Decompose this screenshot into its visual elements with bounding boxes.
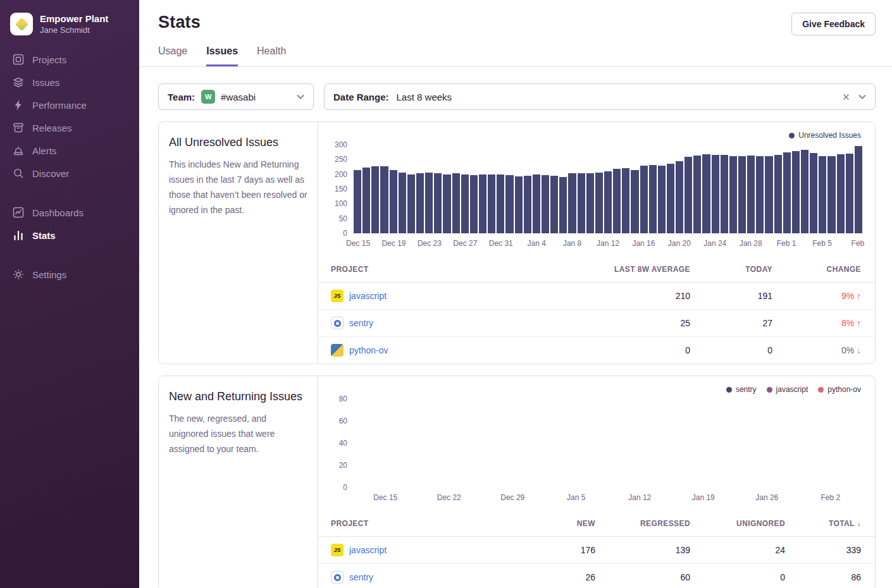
column-header-unignored: UNIGNORED <box>704 511 799 537</box>
bar <box>855 146 862 233</box>
sidebar-item-settings[interactable]: Settings <box>0 263 139 286</box>
releases-icon <box>13 122 24 133</box>
sidebar-item-label: Dashboards <box>32 207 84 218</box>
bar <box>362 168 370 233</box>
sort-desc-icon: ↓ <box>855 519 861 528</box>
bar <box>479 175 486 233</box>
project-link[interactable]: javascript <box>349 291 387 301</box>
legend-item-javascript[interactable]: javascript <box>767 385 808 394</box>
x-tick-label: Jan 20 <box>668 239 691 248</box>
python-platform-icon <box>331 344 344 357</box>
legend-label: python-ov <box>827 385 861 394</box>
sidebar-nav-secondary: DashboardsStats <box>0 201 139 247</box>
column-header-last-8w-average: LAST 8W AVERAGE <box>565 257 704 283</box>
sidebar-item-projects[interactable]: Projects <box>0 48 139 71</box>
bar <box>765 156 772 233</box>
x-tick-label: Dec 23 <box>418 239 442 248</box>
x-axis: Dec 15Dec 19Dec 23Dec 27Dec 31Jan 4Jan 8… <box>354 236 862 252</box>
x-tick-label: Dec 22 <box>437 493 461 502</box>
x-tick-label: Jan 4 <box>527 239 545 248</box>
unignored-value: 24 <box>704 537 799 564</box>
new-returning-issues-panel: New and Returning Issues The new, regres… <box>158 376 876 588</box>
y-tick-label: 250 <box>335 155 347 164</box>
give-feedback-button[interactable]: Give Feedback <box>791 13 876 35</box>
page-header: Stats Give Feedback <box>139 0 892 35</box>
bar <box>371 166 379 233</box>
bar <box>693 156 701 233</box>
avg-value: 25 <box>565 310 704 337</box>
new-value: 176 <box>533 537 609 564</box>
stacked-bar-plot <box>354 399 862 487</box>
sidebar: Empower Plant Jane Schmidt ProjectsIssue… <box>0 0 139 588</box>
sidebar-item-releases[interactable]: Releases <box>0 116 139 139</box>
bar <box>524 176 531 233</box>
tab-usage[interactable]: Usage <box>158 46 187 66</box>
date-range-select[interactable]: Date Range: Last 8 weeks <box>324 83 876 110</box>
project-link[interactable]: sentry <box>349 318 373 328</box>
chevron-down-icon <box>858 94 866 99</box>
project-link[interactable]: javascript <box>349 545 387 555</box>
unresolved-issues-panel: All Unresolved Issues This includes New … <box>158 121 876 364</box>
bar <box>810 153 817 233</box>
bar <box>837 154 845 233</box>
y-tick-label: 100 <box>335 199 347 208</box>
bar <box>497 175 504 233</box>
sidebar-item-label: Issues <box>32 77 59 88</box>
sidebar-item-issues[interactable]: Issues <box>0 71 139 94</box>
page-title: Stats <box>158 13 201 32</box>
x-tick-label: Dec 15 <box>373 493 397 502</box>
x-tick-label: Dec 31 <box>489 239 513 248</box>
legend-item-sentry[interactable]: sentry <box>726 385 757 394</box>
bar <box>425 173 433 233</box>
column-header-total[interactable]: TOTAL ↓ <box>799 511 875 537</box>
total-value: 339 <box>799 537 875 564</box>
column-header-today: TODAY <box>704 257 786 283</box>
sidebar-item-alerts[interactable]: Alerts <box>0 139 139 162</box>
sidebar-item-dashboards[interactable]: Dashboards <box>0 201 139 224</box>
legend-label: sentry <box>736 385 757 394</box>
project-link[interactable]: sentry <box>349 572 373 582</box>
bar <box>380 166 388 233</box>
bar <box>461 175 469 233</box>
table-row: JSjavascript2101919% ↑ <box>318 283 875 310</box>
sidebar-item-stats[interactable]: Stats <box>0 224 139 247</box>
y-tick-label: 0 <box>343 229 347 238</box>
sidebar-nav-tertiary: Settings <box>0 263 139 286</box>
sidebar-nav-primary: ProjectsIssuesPerformanceReleasesAlertsD… <box>0 48 139 185</box>
bar <box>515 176 523 233</box>
main-area: Stats Give Feedback UsageIssuesHealth Te… <box>139 0 892 588</box>
bar <box>747 156 755 233</box>
new-returning-issues-table: PROJECTNEWREGRESSEDUNIGNOREDTOTAL ↓ JSja… <box>318 511 875 588</box>
bar <box>792 151 800 233</box>
bar <box>702 154 710 233</box>
team-select[interactable]: Team: W #wasabi <box>158 83 314 110</box>
bar <box>443 175 450 233</box>
tab-issues[interactable]: Issues <box>206 46 238 66</box>
x-tick-label: Feb 1 <box>777 239 796 248</box>
tab-health[interactable]: Health <box>257 46 286 66</box>
legend-item-unresolved-issues[interactable]: Unresolved Issues <box>789 131 861 140</box>
x-tick-label: Jan 16 <box>632 239 655 248</box>
clear-date-icon[interactable] <box>843 94 850 101</box>
bar <box>399 173 406 233</box>
bar <box>434 173 442 233</box>
org-switcher[interactable]: Empower Plant Jane Schmidt <box>0 10 139 48</box>
nav-spacer <box>0 247 139 263</box>
bar <box>801 150 808 233</box>
chevron-down-icon <box>297 94 304 99</box>
content: Team: W #wasabi Date Range: Last 8 weeks <box>139 67 892 588</box>
bar <box>729 156 737 233</box>
bar <box>783 152 791 233</box>
sidebar-item-performance[interactable]: Performance <box>0 94 139 116</box>
bar <box>631 170 638 233</box>
sentry-platform-icon <box>331 317 344 329</box>
javascript-platform-icon: JS <box>331 544 344 556</box>
bar <box>416 173 424 233</box>
sidebar-item-label: Stats <box>32 230 56 241</box>
x-tick-label: Jan 12 <box>597 239 619 248</box>
sidebar-item-discover[interactable]: Discover <box>0 162 139 185</box>
project-link[interactable]: python-ov <box>349 345 388 355</box>
legend-label: Unresolved Issues <box>798 131 861 140</box>
alerts-icon <box>13 145 24 156</box>
legend-item-python-ov[interactable]: python-ov <box>818 385 861 394</box>
